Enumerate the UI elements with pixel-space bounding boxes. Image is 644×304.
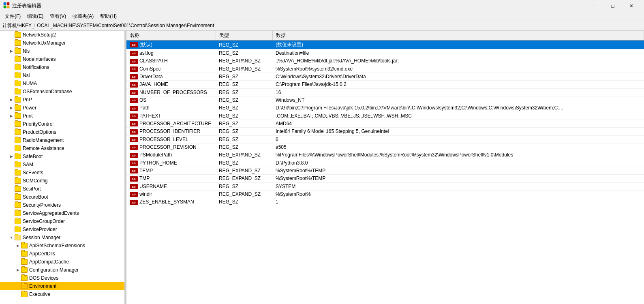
table-row[interactable]: abZES_ENABLE_SYSMANREG_SZ1 [126,198,644,206]
folder-icon-secproviders [15,202,21,208]
tree-item-secproviders[interactable]: SecurityProviders [0,201,124,209]
table-row[interactable]: abTMPREG_EXPAND_SZ%SystemRoot%\TEMP [126,175,644,182]
col-header-type[interactable]: 类型 [216,31,272,41]
table-row[interactable]: ab(默认)REG_SZ(数值未设置) [126,41,644,49]
table-row[interactable]: abNUMBER_OF_PROCESSORSREG_SZ16 [126,88,644,96]
tree-item-svcgrouporder[interactable]: ServiceGroupOrder [0,217,124,225]
tree-item-nodeinterfaces[interactable]: NodeInterfaces [0,55,124,63]
label-numa: NUMA [23,81,37,86]
tree-item-networksetup2[interactable]: NetworkSetup2 [0,31,124,39]
tree-item-dosdevices[interactable]: DOS Devices [0,274,124,282]
cell-name: abPath [126,104,216,112]
table-row[interactable]: abTEMPREG_EXPAND_SZ%SystemRoot%\TEMP [126,167,644,174]
tree-item-notifications[interactable]: Notifications [0,63,124,71]
tree-item-secureboot[interactable]: SecureBoot [0,193,124,201]
table-row[interactable]: abPathREG_SZD:\Git\bin;C:\Program Files\… [126,104,644,112]
tree-item-appcompatcache[interactable]: AppCompatCache [0,258,124,266]
tree-item-svcprovider[interactable]: ServiceProvider [0,225,124,233]
table-row[interactable]: abPSModulePathREG_EXPAND_SZ%ProgramFiles… [126,151,644,159]
cell-type: REG_EXPAND_SZ [216,167,272,174]
label-dosdevices: DOS Devices [29,275,58,281]
table-row[interactable]: abPYTHON_HOMEREG_SZD:\Python3.8.0 [126,159,644,167]
menu-view[interactable]: 查看(V) [47,12,69,21]
cell-data: %SystemRoot%\system32\cmd.exe [272,65,644,73]
toggle-numa [8,80,15,87]
cell-data: a505 [272,143,644,151]
tree-item-executive[interactable]: Executive [0,290,124,298]
tree-item-configmgr[interactable]: ▶ Configuration Manager [0,266,124,274]
tree-item-nls[interactable]: ▶ Nls [0,47,124,55]
table-row[interactable]: abPATHEXTREG_SZ.COM;.EXE;.BAT;.CMD;.VBS;… [126,112,644,120]
cell-type: REG_SZ [216,135,272,143]
folder-icon-remoteassist [15,146,21,151]
toggle-svcprovider [8,226,15,233]
tree-item-power[interactable]: ▶ Power [0,104,124,112]
cell-type: REG_SZ [216,41,272,49]
cell-name: abUSERNAME [126,182,216,190]
table-row[interactable]: abCLASSPATHREG_EXPAND_SZ.;%JAVA_HOME%\li… [126,57,644,65]
label-pnp: PnP [23,97,32,103]
cell-data: .COM;.EXE;.BAT;.CMD;.VBS;.VBE;.JS;.JSE;.… [272,112,644,120]
tree-panel[interactable]: NetworkSetup2 NetworkUxManager ▶ Nls Nod… [0,31,125,304]
tree-item-scsiport[interactable]: ScsiPort [0,185,124,193]
tree-item-apiset[interactable]: ▶ ApiSetSchemaExtensions [0,242,124,250]
menu-edit[interactable]: 编辑(E) [24,12,47,21]
table-row[interactable]: abPROCESSOR_REVISIONREG_SZa505 [126,143,644,151]
minimize-button[interactable]: － [585,0,603,12]
tree-item-nsi[interactable]: Nsi [0,71,124,79]
table-row[interactable]: abPROCESSOR_IDENTIFIERREG_SZIntel64 Fami… [126,128,644,135]
table-row[interactable]: abOSREG_SZWindows_NT [126,96,644,104]
cell-data: C:\Program Files\Java\jdk-15.0.2 [272,81,644,88]
folder-icon-appcertdlls [21,251,28,257]
tree-item-svcaggevts[interactable]: ServiceAggregatedEvents [0,209,124,217]
cell-type: REG_SZ [216,143,272,151]
tree-item-scmconfig[interactable]: SCMConfig [0,177,124,185]
tree-item-numa[interactable]: NUMA [0,79,124,88]
close-button[interactable]: ✕ [622,0,641,12]
table-row[interactable]: abPROCESSOR_ARCHITECTUREREG_SZAMD64 [126,120,644,127]
app-icon [3,2,10,10]
maximize-button[interactable]: □ [603,0,622,12]
table-row[interactable]: abComSpecREG_EXPAND_SZ%SystemRoot%\syste… [126,65,644,73]
table-row[interactable]: abDriverDataREG_SZC:\Windows\System32\Dr… [126,73,644,80]
table-row[interactable]: abJAVA_HOMEREG_SZC:\Program Files\Java\j… [126,81,644,88]
svg-rect-3 [7,6,9,8]
tree-item-appcertdlls[interactable]: AppCertDlls [0,250,124,258]
tree-item-remoteassist[interactable]: Remote Assistance [0,144,124,152]
tree-item-safeboot[interactable]: ▶ SafeBoot [0,152,124,161]
address-bar: 计算机\HKEY_LOCAL_MACHINE\SYSTEM\ControlSet… [0,21,644,31]
folder-icon-dosdevices [21,275,28,281]
tree-item-environment[interactable]: Environment [0,282,124,290]
tree-item-osextdb[interactable]: OSExtensionDatabase [0,88,124,96]
tree-item-scevents[interactable]: ScEvents [0,169,124,177]
folder-icon-osextdb [15,89,21,94]
folder-icon-svcaggevts [15,210,21,216]
cell-type: REG_SZ [216,182,272,190]
col-header-data[interactable]: 数据 [272,31,644,41]
folder-icon-nsi [15,73,21,78]
tree-item-print[interactable]: ▶ Print [0,112,124,120]
table-row[interactable]: abwindirREG_EXPAND_SZ%SystemRoot% [126,190,644,198]
table-row[interactable]: abUSERNAMEREG_SZSYSTEM [126,182,644,190]
tree-item-sam[interactable]: SAM [0,161,124,169]
label-appcertdlls: AppCertDlls [29,251,55,257]
tree-item-prioritycontrol[interactable]: PriorityControl [0,120,124,128]
tree-item-pnp[interactable]: ▶ PnP [0,96,124,104]
tree-item-networkuxmanager[interactable]: NetworkUxManager [0,39,124,47]
menu-favorites[interactable]: 收藏夹(A) [69,12,97,21]
tree-item-sessionmgr[interactable]: ▼ Session Manager [0,233,124,242]
tree-item-productoptions[interactable]: ProductOptions [0,128,124,136]
tree-item-radiomgmt[interactable]: RadioManagement [0,136,124,144]
cell-data: %SystemRoot% [272,190,644,198]
cell-name: abCLASSPATH [126,57,216,65]
menu-help[interactable]: 帮助(H) [97,12,120,21]
table-row[interactable]: abPROCESSOR_LEVELREG_SZ6 [126,135,644,143]
menu-file[interactable]: 文件(F) [2,12,24,21]
col-header-name[interactable]: 名称 [126,31,216,41]
cell-name: abZES_ENABLE_SYSMAN [126,198,216,206]
cell-name: abasl.log [126,49,216,57]
cell-name: abTMP [126,175,216,182]
table-row[interactable]: abasl.logREG_SZDestination=file [126,49,644,57]
toggle-secproviders [8,202,15,208]
cell-data: (数值未设置) [272,41,644,49]
